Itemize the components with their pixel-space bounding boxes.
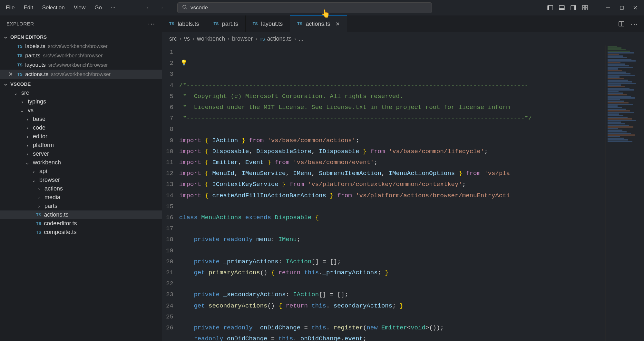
tab-right-icons: ··· <box>612 15 644 32</box>
menu-edit[interactable]: Edit <box>19 3 37 13</box>
tree-folder[interactable]: ›server <box>0 150 162 158</box>
close-icon[interactable]: ✕ <box>8 71 15 78</box>
tree-folder[interactable]: ›parts <box>0 202 162 210</box>
editor-tab[interactable]: TSactions.ts✕ <box>290 15 347 32</box>
tree-folder[interactable]: ⌄browser <box>0 176 162 184</box>
chevron-icon: ⌄ <box>31 178 37 183</box>
line-number: 22 <box>166 278 173 289</box>
line-number: 15 <box>166 201 173 212</box>
code-wrap: 1234567891011121314151617181920212223242… <box>162 45 644 341</box>
breadcrumb-item[interactable]: workbench <box>197 35 225 42</box>
tree-folder[interactable]: ›editor <box>0 132 162 141</box>
tree-label: code <box>33 124 45 131</box>
line-number: 6 <box>166 102 173 113</box>
line-number: 21 <box>166 267 173 278</box>
menu-more[interactable]: ··· <box>106 3 120 13</box>
chevron-icon: › <box>36 204 42 209</box>
code-line: import { Emitter, Event } from 'vs/base/… <box>179 157 644 168</box>
breadcrumb-item[interactable]: TSactions.ts <box>260 35 291 42</box>
minimap[interactable] <box>605 45 644 341</box>
open-editors-header[interactable]: ⌄ OPEN EDITORS <box>0 32 162 42</box>
tree-label: browser <box>39 177 60 183</box>
code-line: private _primaryActions: IAction[] = []; <box>179 256 644 267</box>
svg-rect-5 <box>559 8 564 10</box>
menu-file[interactable]: File <box>1 3 19 13</box>
editor-area: TSlabels.tsTSpart.tsTSlayout.tsTSactions… <box>162 15 644 341</box>
chevron-right-icon: › <box>228 35 229 42</box>
layout-bottom-icon[interactable] <box>558 4 565 11</box>
breadcrumb-item[interactable]: vs <box>184 35 190 42</box>
ts-file-icon: TS <box>169 22 174 26</box>
file-path: src\vs\workbench\browser <box>48 44 108 49</box>
tree-folder[interactable]: ›base <box>0 115 162 123</box>
tree-file[interactable]: TScomposite.ts <box>0 228 162 237</box>
editor-tab[interactable]: TSlayout.ts <box>246 15 290 32</box>
layout-customize-icon[interactable] <box>581 4 589 11</box>
code-line: *---------------------------------------… <box>179 113 644 124</box>
chevron-icon: › <box>24 117 30 122</box>
close-icon[interactable]: ✕ <box>336 21 340 27</box>
tree-folder[interactable]: ›actions <box>0 184 162 193</box>
menu-go[interactable]: Go <box>90 3 106 13</box>
editor-more-icon[interactable]: ··· <box>631 20 638 28</box>
tree-label: composite.ts <box>44 229 76 236</box>
more-icon[interactable]: ··· <box>148 20 155 27</box>
code-line: import { IContextKeyService } from 'vs/p… <box>179 179 644 190</box>
tree-folder[interactable]: ›media <box>0 193 162 202</box>
chevron-right-icon: › <box>180 35 181 42</box>
tree-folder[interactable]: ›typings <box>0 97 162 106</box>
open-editor-item[interactable]: ✕TSpart.tssrc\vs\workbench\browser <box>0 51 162 60</box>
tree-file[interactable]: TScodeeditor.ts <box>0 219 162 228</box>
tree-folder[interactable]: ›code <box>0 123 162 132</box>
ts-file-icon: TS <box>17 63 23 67</box>
tree-file[interactable]: TSactions.ts <box>0 210 162 219</box>
editor-tab[interactable]: TSpart.ts <box>206 15 245 32</box>
maximize-icon[interactable] <box>618 4 625 11</box>
tree-label: workbench <box>33 159 61 166</box>
line-number: 20 <box>166 256 173 267</box>
nav-back-icon[interactable]: ← <box>146 4 153 12</box>
open-editor-item[interactable]: ✕TSactions.tssrc\vs\workbench\browser <box>0 70 162 79</box>
workspace-header[interactable]: ⌄ VSCODE <box>0 79 162 89</box>
tree-folder[interactable]: ›api <box>0 167 162 176</box>
nav-forward-icon[interactable]: → <box>157 4 164 12</box>
tree-folder[interactable]: ⌄src <box>0 89 162 97</box>
tree-label: parts <box>44 203 57 209</box>
breadcrumb-item[interactable]: browser <box>232 35 253 42</box>
tree-folder[interactable]: ⌄vs <box>0 106 162 115</box>
menu-view[interactable]: View <box>69 3 90 13</box>
command-center[interactable]: vscode <box>177 2 432 13</box>
chevron-right-icon: › <box>294 35 296 42</box>
breadcrumbs[interactable]: src›vs›workbench›browser›TSactions.ts›..… <box>162 32 644 45</box>
open-editors-label: OPEN EDITORS <box>10 34 47 40</box>
lightbulb-icon[interactable]: 💡 <box>181 58 187 69</box>
line-number: 10 <box>166 146 173 157</box>
line-number: 2 <box>166 58 173 69</box>
open-editor-item[interactable]: ✕TSlabels.tssrc\vs\workbench\browser <box>0 42 162 51</box>
editor-tab[interactable]: TSlabels.ts <box>162 15 206 32</box>
tree-label: base <box>33 116 45 122</box>
code-line: * Copyright (c) Microsoft Corporation. A… <box>179 91 644 102</box>
line-number: 26 <box>166 322 173 333</box>
minimize-icon[interactable] <box>605 4 612 11</box>
layout-left-icon[interactable] <box>547 4 554 11</box>
open-editor-item[interactable]: ✕TSlayout.tssrc\vs\workbench\browser <box>0 60 162 70</box>
layout-right-icon[interactable] <box>570 4 577 11</box>
svg-rect-9 <box>585 5 588 7</box>
ts-file-icon: TS <box>17 44 23 49</box>
breadcrumb-item[interactable]: src <box>169 35 177 42</box>
menu-selection[interactable]: Selection <box>38 3 69 13</box>
tab-label: labels.ts <box>178 21 199 27</box>
tree-label: codeeditor.ts <box>44 220 77 227</box>
line-number: 16 <box>166 212 173 223</box>
line-number: 12 <box>166 168 173 179</box>
code-line: /*--------------------------------------… <box>179 80 644 91</box>
tree-folder[interactable]: ›platform <box>0 141 162 150</box>
ts-file-icon: TS <box>297 22 302 26</box>
split-editor-icon[interactable] <box>618 20 625 27</box>
breadcrumb-item[interactable]: ... <box>298 35 303 42</box>
tab-bar: TSlabels.tsTSpart.tsTSlayout.tsTSactions… <box>162 15 644 32</box>
tree-folder[interactable]: ⌄workbench <box>0 158 162 167</box>
close-window-icon[interactable] <box>632 4 639 11</box>
code-editor[interactable]: 💡 /*------------------------------------… <box>179 45 644 341</box>
